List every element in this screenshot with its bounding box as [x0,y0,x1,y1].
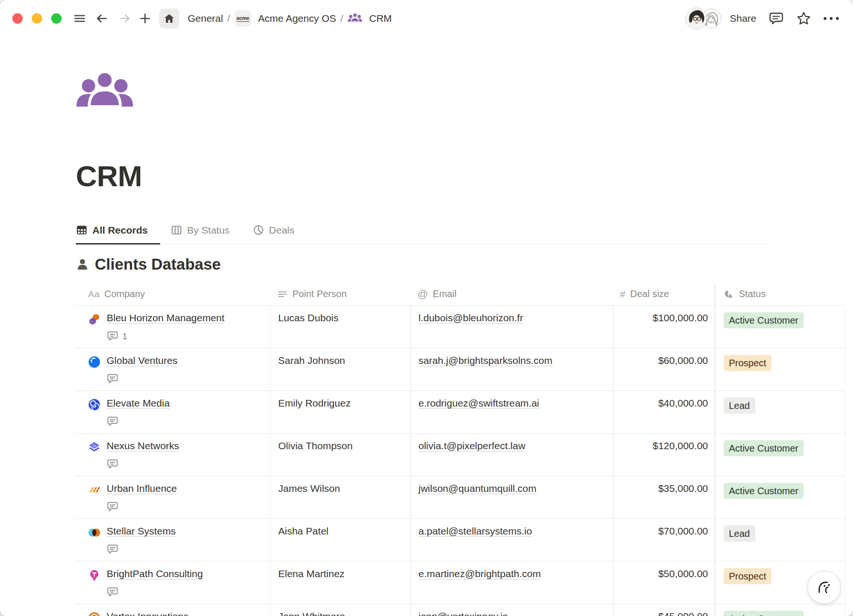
status-cell[interactable]: Active Customer [715,306,845,348]
point-person-cell[interactable]: Sarah Johnson [271,348,411,390]
company-cell[interactable]: Elevate Media [76,391,271,433]
point-person-cell[interactable]: James Wilson [271,476,411,518]
column-header-company[interactable]: Aa Company [76,283,271,305]
column-header-email[interactable]: @ Email [411,283,613,305]
company-logo-icon [88,484,100,496]
breadcrumb-workspace[interactable]: Acme Agency OS [255,11,339,26]
window-controls [12,13,62,24]
company-name-link[interactable]: Nexus Networks [107,440,179,451]
deal-size-cell[interactable]: $60,000.00 [613,348,715,390]
deal-size-cell[interactable]: $100,000.00 [613,306,715,348]
back-arrow-icon[interactable] [95,11,109,26]
email-cell[interactable]: sarah.j@brightsparksolns.com [411,348,613,390]
tab-deals[interactable]: Deals [253,220,307,245]
comment-count[interactable]: 1 [107,330,225,342]
company-name-link[interactable]: Vertex Innovations [107,611,189,616]
deal-size-cell[interactable]: $50,000.00 [613,562,715,604]
topbar-actions: Share [685,8,841,29]
status-cell[interactable]: Active Customer [715,476,845,518]
tab-by-status[interactable]: By Status [171,220,242,245]
breadcrumb-separator: / [227,13,230,24]
table-row[interactable]: Urban Influence James Wilson jwilson@qua… [76,476,845,519]
point-person-cell[interactable]: Emily Rodriguez [271,391,411,433]
database-title: Clients Database [95,255,221,273]
comment-bubble-icon [107,501,118,513]
company-name-link[interactable]: Urban Influence [107,483,177,494]
email-cell[interactable]: a.patel@stellarsystems.io [411,519,613,561]
share-button[interactable]: Share [730,13,756,24]
company-cell[interactable]: BrightPath Consulting [76,562,271,604]
more-options-icon[interactable] [824,17,839,20]
company-cell[interactable]: Stellar Systems [76,519,271,561]
sidebar-menu-icon[interactable] [73,12,86,25]
table-header-row: Aa Company Point Person @ Email # Deal s… [76,283,845,306]
email-cell[interactable]: jenn@vertexinnov.io [411,604,613,616]
zoom-window-button[interactable] [51,13,62,24]
table-row[interactable]: Bleu Horizon Management 1 Lucas Dubois l… [76,306,845,348]
company-name-link[interactable]: BrightPath Consulting [107,568,203,579]
point-person-cell[interactable]: Lucas Dubois [271,306,411,348]
table-row[interactable]: Nexus Networks Olivia Thompson olivia.t@… [76,434,845,476]
company-cell[interactable]: Vertex Innovations [76,604,271,616]
comment-count[interactable] [107,501,177,513]
status-cell[interactable]: Active Customer [715,434,845,476]
deal-size-cell[interactable]: $35,000.00 [613,476,715,518]
email-cell[interactable]: e.rodriguez@swiftstream.ai [411,391,613,433]
column-header-deal-size[interactable]: # Deal size [613,283,715,305]
email-cell[interactable]: e.martinez@brightpath.com [411,562,613,604]
minimize-window-button[interactable] [32,13,42,24]
status-cell[interactable]: Lead [715,391,845,433]
email-cell[interactable]: jwilson@quantumquill.com [411,476,613,518]
deal-size-cell[interactable]: $70,000.00 [613,519,715,561]
favorite-star-icon[interactable] [796,11,811,26]
comment-count[interactable] [107,544,176,555]
column-header-status[interactable]: Status [715,283,845,305]
table-row[interactable]: Elevate Media Emily Rodriguez e.rodrigue… [76,391,845,434]
company-cell[interactable]: Bleu Horizon Management 1 [76,306,271,348]
comment-count[interactable] [107,458,179,470]
company-name-link[interactable]: Global Ventures [107,355,177,366]
email-cell[interactable]: l.dubois@bleuhorizon.fr [411,306,613,348]
deal-size-cell[interactable]: $45,000.00 [613,604,715,616]
column-header-point-person[interactable]: Point Person [271,283,411,305]
status-cell[interactable]: Lead [715,519,845,561]
page-icon-people[interactable] [76,70,134,118]
breadcrumb-page[interactable]: CRM [366,11,395,26]
point-person-cell[interactable]: Olivia Thompson [271,434,411,476]
company-name-link[interactable]: Stellar Systems [107,525,176,536]
new-tab-icon[interactable] [138,12,152,25]
notion-ai-button[interactable] [808,571,840,604]
point-person-cell[interactable]: Jenn Whitmore [271,604,411,616]
email-cell[interactable]: olivia.t@pixelperfect.law [411,434,613,476]
company-cell[interactable]: Nexus Networks [76,434,271,476]
company-name-link[interactable]: Bleu Horizon Management [107,312,225,323]
comment-count[interactable] [107,416,170,427]
point-person-cell[interactable]: Elena Martinez [271,562,411,604]
avatar[interactable] [685,8,707,29]
company-cell[interactable]: Urban Influence [76,476,271,518]
email-link: e.martinez@brightpath.com [418,568,541,579]
point-person-cell[interactable]: Aisha Patel [271,519,411,561]
home-icon[interactable] [159,9,179,28]
status-cell[interactable]: Active Customer [715,604,845,616]
email-link: e.rodriguez@swiftstream.ai [418,398,539,408]
table-row[interactable]: BrightPath Consulting Elena Martinez e.m… [76,562,845,604]
company-logo-icon [88,356,100,368]
comments-icon[interactable] [769,11,784,26]
deal-size-cell[interactable]: $40,000.00 [613,391,715,433]
tab-all-records[interactable]: All Records [76,220,160,245]
breadcrumb-general[interactable]: General [185,11,226,26]
status-cell[interactable]: Prospect [715,348,845,390]
database-heading: Clients Database [76,255,853,273]
table-row[interactable]: Stellar Systems Aisha Patel a.patel@stel… [76,519,845,562]
comment-count[interactable] [107,373,177,385]
company-name-link[interactable]: Elevate Media [107,398,170,408]
status-badge: Active Customer [724,611,804,616]
table-row[interactable]: Global Ventures Sarah Johnson sarah.j@br… [76,348,845,391]
deal-size-cell[interactable]: $120,000.00 [613,434,715,476]
comment-count[interactable] [107,586,203,598]
forward-arrow-icon[interactable] [118,11,132,26]
company-cell[interactable]: Global Ventures [76,348,271,390]
table-row[interactable]: Vertex Innovations Jenn Whitmore jenn@ve… [76,604,845,616]
close-window-button[interactable] [12,13,23,24]
